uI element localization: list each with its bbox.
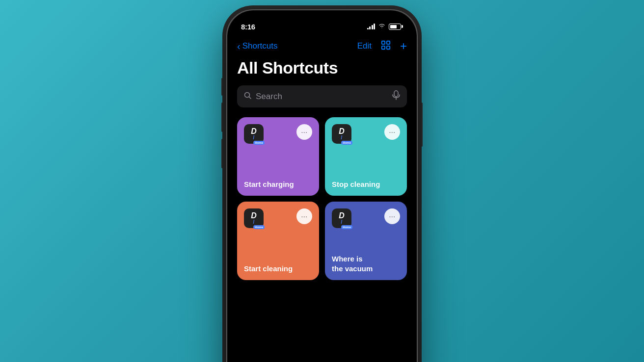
svg-rect-0 <box>382 41 385 44</box>
more-options-button[interactable]: ··· <box>384 208 400 224</box>
phone-frame: 8:16 <box>226 9 418 362</box>
status-bar: 8:16 <box>227 10 417 36</box>
shortcut-title: Start charging <box>244 180 312 189</box>
signal-bar-4 <box>374 24 375 29</box>
shortcut-card-start-cleaning[interactable]: D / Home ··· Start cleaning <box>237 202 319 280</box>
phone-wrapper: 8:16 <box>226 9 418 362</box>
app-slash: / <box>341 135 343 140</box>
shortcut-title: Where isthe vacuum <box>332 254 400 273</box>
svg-rect-2 <box>382 46 385 49</box>
signal-icon <box>367 24 376 29</box>
add-shortcut-button[interactable]: + <box>400 40 407 52</box>
grid-view-icon[interactable] <box>380 40 391 52</box>
shortcut-title: Stop cleaning <box>332 180 400 189</box>
app-icon: D / Home <box>332 208 351 228</box>
shortcut-title: Start cleaning <box>244 264 312 274</box>
signal-bar-1 <box>367 28 369 29</box>
app-icon: D / Home <box>244 208 264 228</box>
card-top: D / Home ··· <box>332 208 400 228</box>
app-slash: / <box>253 220 255 225</box>
wifi-icon <box>378 23 386 30</box>
battery-body <box>389 24 401 30</box>
nav-bar: ‹ Shortcuts Edit + <box>227 36 417 56</box>
app-badge: Home <box>253 141 265 145</box>
shortcut-card-start-charging[interactable]: D / Home ··· Start charging <box>237 117 319 196</box>
more-options-button[interactable]: ··· <box>296 208 312 224</box>
shortcut-card-stop-cleaning[interactable]: D / Home ··· Stop cleaning <box>325 117 407 196</box>
phone-screen: 8:16 <box>227 10 417 362</box>
power-button[interactable] <box>421 103 423 147</box>
search-bar[interactable]: Search <box>237 85 407 107</box>
status-time: 8:16 <box>241 23 255 31</box>
dynamic-island <box>293 15 351 32</box>
app-icon: D / Home <box>332 124 351 144</box>
mic-icon[interactable] <box>392 90 400 103</box>
search-placeholder: Search <box>256 92 388 102</box>
mute-button[interactable] <box>221 78 223 96</box>
shortcuts-grid: D / Home ··· Start charging D <box>237 117 407 280</box>
card-top: D / Home ··· <box>244 208 312 228</box>
page-title: All Shortcuts <box>237 58 407 78</box>
nav-back-label: Shortcuts <box>242 41 278 51</box>
app-letter: D <box>339 212 345 220</box>
more-options-button[interactable]: ··· <box>296 124 312 140</box>
volume-down-button[interactable] <box>221 139 223 168</box>
signal-bar-2 <box>369 26 371 29</box>
more-options-button[interactable]: ··· <box>384 124 400 140</box>
nav-back-button[interactable]: ‹ Shortcuts <box>237 41 277 51</box>
volume-up-button[interactable] <box>221 103 223 132</box>
nav-actions: Edit + <box>357 40 407 52</box>
battery-fill <box>390 25 397 28</box>
card-top: D / Home ··· <box>244 124 312 144</box>
app-letter: D <box>251 212 257 220</box>
app-letter: D <box>339 128 345 135</box>
battery-icon <box>389 24 403 30</box>
svg-rect-3 <box>387 46 390 49</box>
signal-bar-3 <box>372 25 373 29</box>
app-badge: Home <box>341 141 352 145</box>
content-area: All Shortcuts Search <box>227 56 417 280</box>
svg-line-5 <box>249 97 251 99</box>
svg-rect-1 <box>387 41 390 44</box>
app-slash: / <box>253 135 255 140</box>
back-chevron-icon: ‹ <box>237 41 241 51</box>
app-badge: Home <box>253 225 265 229</box>
edit-button[interactable]: Edit <box>357 41 372 51</box>
svg-rect-6 <box>394 91 398 97</box>
search-icon <box>244 92 252 102</box>
app-badge: Home <box>341 225 352 229</box>
battery-tip <box>402 25 403 28</box>
status-icons <box>367 23 403 30</box>
shortcut-card-where-vacuum[interactable]: D / Home ··· Where isthe vacuum <box>325 202 407 280</box>
app-icon: D / Home <box>244 124 264 144</box>
app-letter: D <box>251 128 257 135</box>
card-top: D / Home ··· <box>332 124 400 144</box>
app-slash: / <box>341 220 343 225</box>
